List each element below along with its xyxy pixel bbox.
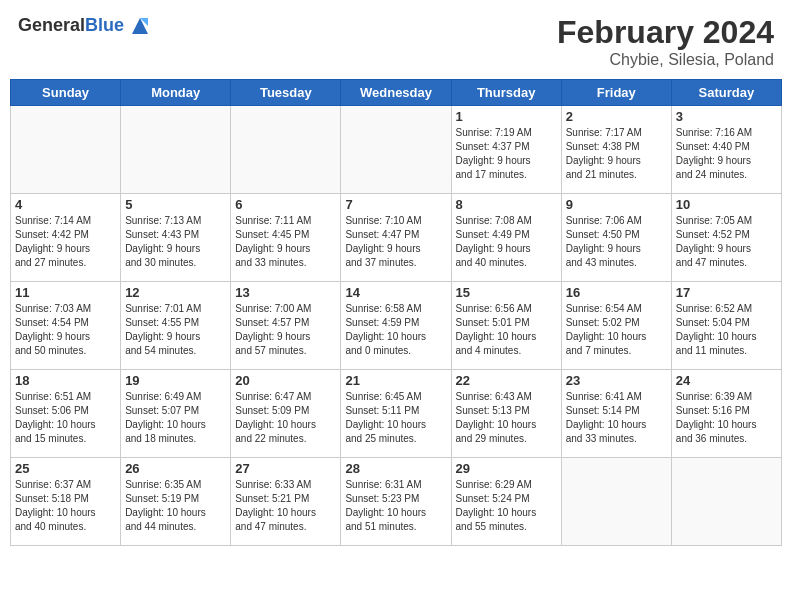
day-number: 2 [566, 109, 667, 124]
calendar-cell: 4Sunrise: 7:14 AM Sunset: 4:42 PM Daylig… [11, 194, 121, 282]
day-number: 4 [15, 197, 116, 212]
location: Chybie, Silesia, Poland [557, 51, 774, 69]
calendar-cell: 14Sunrise: 6:58 AM Sunset: 4:59 PM Dayli… [341, 282, 451, 370]
calendar-cell: 2Sunrise: 7:17 AM Sunset: 4:38 PM Daylig… [561, 106, 671, 194]
calendar-cell: 7Sunrise: 7:10 AM Sunset: 4:47 PM Daylig… [341, 194, 451, 282]
calendar-cell: 13Sunrise: 7:00 AM Sunset: 4:57 PM Dayli… [231, 282, 341, 370]
day-number: 20 [235, 373, 336, 388]
weekday-header-tuesday: Tuesday [231, 80, 341, 106]
day-detail: Sunrise: 7:06 AM Sunset: 4:50 PM Dayligh… [566, 214, 667, 270]
day-number: 3 [676, 109, 777, 124]
day-detail: Sunrise: 6:35 AM Sunset: 5:19 PM Dayligh… [125, 478, 226, 534]
day-detail: Sunrise: 6:43 AM Sunset: 5:13 PM Dayligh… [456, 390, 557, 446]
day-detail: Sunrise: 7:11 AM Sunset: 4:45 PM Dayligh… [235, 214, 336, 270]
calendar-cell: 9Sunrise: 7:06 AM Sunset: 4:50 PM Daylig… [561, 194, 671, 282]
calendar-cell: 25Sunrise: 6:37 AM Sunset: 5:18 PM Dayli… [11, 458, 121, 546]
day-detail: Sunrise: 6:31 AM Sunset: 5:23 PM Dayligh… [345, 478, 446, 534]
calendar-cell: 12Sunrise: 7:01 AM Sunset: 4:55 PM Dayli… [121, 282, 231, 370]
weekday-header-wednesday: Wednesday [341, 80, 451, 106]
calendar-cell [671, 458, 781, 546]
calendar-cell: 28Sunrise: 6:31 AM Sunset: 5:23 PM Dayli… [341, 458, 451, 546]
day-number: 19 [125, 373, 226, 388]
day-detail: Sunrise: 6:47 AM Sunset: 5:09 PM Dayligh… [235, 390, 336, 446]
day-detail: Sunrise: 6:41 AM Sunset: 5:14 PM Dayligh… [566, 390, 667, 446]
calendar-cell [121, 106, 231, 194]
day-detail: Sunrise: 6:37 AM Sunset: 5:18 PM Dayligh… [15, 478, 116, 534]
day-number: 29 [456, 461, 557, 476]
calendar-cell: 27Sunrise: 6:33 AM Sunset: 5:21 PM Dayli… [231, 458, 341, 546]
calendar-cell: 20Sunrise: 6:47 AM Sunset: 5:09 PM Dayli… [231, 370, 341, 458]
calendar-cell: 21Sunrise: 6:45 AM Sunset: 5:11 PM Dayli… [341, 370, 451, 458]
day-number: 25 [15, 461, 116, 476]
day-number: 27 [235, 461, 336, 476]
calendar-week-5: 25Sunrise: 6:37 AM Sunset: 5:18 PM Dayli… [11, 458, 782, 546]
day-number: 8 [456, 197, 557, 212]
page-header: GeneralBlue February 2024 Chybie, Silesi… [10, 10, 782, 73]
title-block: February 2024 Chybie, Silesia, Poland [557, 14, 774, 69]
day-detail: Sunrise: 7:01 AM Sunset: 4:55 PM Dayligh… [125, 302, 226, 358]
logo-icon [128, 14, 152, 38]
calendar-cell: 29Sunrise: 6:29 AM Sunset: 5:24 PM Dayli… [451, 458, 561, 546]
calendar-cell: 23Sunrise: 6:41 AM Sunset: 5:14 PM Dayli… [561, 370, 671, 458]
day-number: 16 [566, 285, 667, 300]
day-detail: Sunrise: 7:10 AM Sunset: 4:47 PM Dayligh… [345, 214, 446, 270]
day-detail: Sunrise: 6:51 AM Sunset: 5:06 PM Dayligh… [15, 390, 116, 446]
logo-general: GeneralBlue [18, 16, 124, 36]
day-number: 22 [456, 373, 557, 388]
calendar-cell: 18Sunrise: 6:51 AM Sunset: 5:06 PM Dayli… [11, 370, 121, 458]
calendar-week-3: 11Sunrise: 7:03 AM Sunset: 4:54 PM Dayli… [11, 282, 782, 370]
day-detail: Sunrise: 7:05 AM Sunset: 4:52 PM Dayligh… [676, 214, 777, 270]
calendar-cell: 15Sunrise: 6:56 AM Sunset: 5:01 PM Dayli… [451, 282, 561, 370]
day-detail: Sunrise: 6:45 AM Sunset: 5:11 PM Dayligh… [345, 390, 446, 446]
calendar-cell: 10Sunrise: 7:05 AM Sunset: 4:52 PM Dayli… [671, 194, 781, 282]
day-number: 5 [125, 197, 226, 212]
month-year: February 2024 [557, 14, 774, 51]
calendar-week-4: 18Sunrise: 6:51 AM Sunset: 5:06 PM Dayli… [11, 370, 782, 458]
day-number: 28 [345, 461, 446, 476]
day-number: 13 [235, 285, 336, 300]
weekday-header-thursday: Thursday [451, 80, 561, 106]
weekday-header-friday: Friday [561, 80, 671, 106]
day-detail: Sunrise: 7:13 AM Sunset: 4:43 PM Dayligh… [125, 214, 226, 270]
weekday-header-saturday: Saturday [671, 80, 781, 106]
day-number: 15 [456, 285, 557, 300]
day-detail: Sunrise: 6:56 AM Sunset: 5:01 PM Dayligh… [456, 302, 557, 358]
day-number: 21 [345, 373, 446, 388]
calendar-cell: 1Sunrise: 7:19 AM Sunset: 4:37 PM Daylig… [451, 106, 561, 194]
calendar-cell: 16Sunrise: 6:54 AM Sunset: 5:02 PM Dayli… [561, 282, 671, 370]
calendar-cell [231, 106, 341, 194]
day-number: 6 [235, 197, 336, 212]
day-number: 18 [15, 373, 116, 388]
calendar-cell: 11Sunrise: 7:03 AM Sunset: 4:54 PM Dayli… [11, 282, 121, 370]
calendar-cell: 17Sunrise: 6:52 AM Sunset: 5:04 PM Dayli… [671, 282, 781, 370]
day-detail: Sunrise: 7:17 AM Sunset: 4:38 PM Dayligh… [566, 126, 667, 182]
calendar-cell: 19Sunrise: 6:49 AM Sunset: 5:07 PM Dayli… [121, 370, 231, 458]
weekday-header-row: SundayMondayTuesdayWednesdayThursdayFrid… [11, 80, 782, 106]
day-number: 11 [15, 285, 116, 300]
day-detail: Sunrise: 6:39 AM Sunset: 5:16 PM Dayligh… [676, 390, 777, 446]
day-number: 23 [566, 373, 667, 388]
calendar-cell [11, 106, 121, 194]
day-detail: Sunrise: 7:08 AM Sunset: 4:49 PM Dayligh… [456, 214, 557, 270]
day-detail: Sunrise: 6:49 AM Sunset: 5:07 PM Dayligh… [125, 390, 226, 446]
day-number: 26 [125, 461, 226, 476]
day-detail: Sunrise: 6:58 AM Sunset: 4:59 PM Dayligh… [345, 302, 446, 358]
day-detail: Sunrise: 7:16 AM Sunset: 4:40 PM Dayligh… [676, 126, 777, 182]
day-detail: Sunrise: 7:03 AM Sunset: 4:54 PM Dayligh… [15, 302, 116, 358]
day-detail: Sunrise: 7:00 AM Sunset: 4:57 PM Dayligh… [235, 302, 336, 358]
day-detail: Sunrise: 6:52 AM Sunset: 5:04 PM Dayligh… [676, 302, 777, 358]
day-number: 24 [676, 373, 777, 388]
weekday-header-sunday: Sunday [11, 80, 121, 106]
calendar-cell: 3Sunrise: 7:16 AM Sunset: 4:40 PM Daylig… [671, 106, 781, 194]
calendar-cell: 22Sunrise: 6:43 AM Sunset: 5:13 PM Dayli… [451, 370, 561, 458]
day-number: 7 [345, 197, 446, 212]
calendar-cell [561, 458, 671, 546]
calendar-cell: 8Sunrise: 7:08 AM Sunset: 4:49 PM Daylig… [451, 194, 561, 282]
calendar-week-1: 1Sunrise: 7:19 AM Sunset: 4:37 PM Daylig… [11, 106, 782, 194]
day-number: 9 [566, 197, 667, 212]
calendar-cell: 5Sunrise: 7:13 AM Sunset: 4:43 PM Daylig… [121, 194, 231, 282]
calendar-cell: 26Sunrise: 6:35 AM Sunset: 5:19 PM Dayli… [121, 458, 231, 546]
day-number: 14 [345, 285, 446, 300]
day-detail: Sunrise: 6:29 AM Sunset: 5:24 PM Dayligh… [456, 478, 557, 534]
day-detail: Sunrise: 7:14 AM Sunset: 4:42 PM Dayligh… [15, 214, 116, 270]
